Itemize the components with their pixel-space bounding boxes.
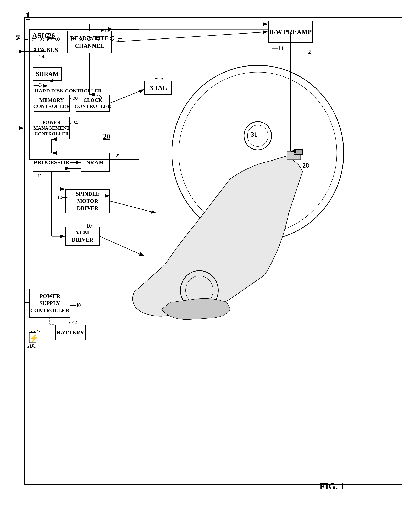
diagram-svg	[7, 7, 420, 509]
svg-rect-32	[29, 332, 36, 343]
svg-line-24	[110, 201, 156, 213]
svg-point-37	[244, 122, 271, 150]
svg-line-13	[110, 89, 144, 103]
svg-line-44	[112, 32, 268, 42]
svg-line-25	[100, 236, 144, 256]
svg-point-38	[248, 125, 268, 146]
svg-rect-42	[294, 150, 302, 155]
